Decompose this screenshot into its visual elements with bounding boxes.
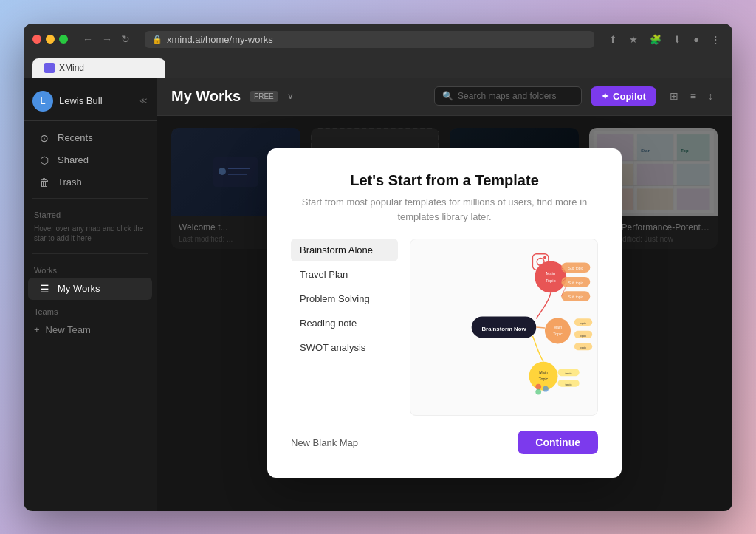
search-bar[interactable]: 🔍 Search maps and folders xyxy=(434,86,582,106)
svg-text:Sub topic: Sub topic xyxy=(568,295,584,299)
svg-text:Sub topic: Sub topic xyxy=(568,281,584,285)
avatar[interactable]: L xyxy=(32,91,53,112)
download-icon[interactable]: ⬇ xyxy=(670,32,684,47)
svg-text:topic: topic xyxy=(580,334,587,338)
app-content: L Lewis Bull ≪ ⊙ Recents ⬡ Shared 🗑 Tras… xyxy=(24,78,732,511)
sidebar-item-shared[interactable]: ⬡ Shared xyxy=(28,149,152,171)
active-tab[interactable]: XMind xyxy=(32,58,165,78)
forward-button[interactable]: → xyxy=(99,32,115,47)
sidebar-user: L Lewis Bull ≪ xyxy=(24,86,157,121)
sidebar: L Lewis Bull ≪ ⊙ Recents ⬡ Shared 🗑 Tras… xyxy=(24,78,157,511)
main-area: My Works FREE ∨ 🔍 Search maps and folder… xyxy=(157,78,732,511)
template-item-problem[interactable]: Problem Solving xyxy=(291,287,398,310)
template-item-reading[interactable]: Reading note xyxy=(291,312,398,335)
bookmark-icon[interactable]: ★ xyxy=(626,32,641,47)
starred-hint: Hover over any map and click the star to… xyxy=(24,222,157,249)
profile-icon[interactable]: ● xyxy=(690,32,702,47)
svg-point-59 xyxy=(543,386,549,392)
svg-text:topic: topic xyxy=(580,346,587,349)
svg-point-29 xyxy=(535,261,566,292)
dialog-footer: New Blank Map Continue xyxy=(291,431,598,454)
sidebar-label-recents: Recents xyxy=(58,132,93,143)
modal-overlay: Let's Start from a Template Start from m… xyxy=(157,116,732,511)
svg-text:Brainstorm Now: Brainstorm Now xyxy=(482,326,527,332)
sidebar-item-recents[interactable]: ⊙ Recents xyxy=(28,127,152,149)
extensions-icon[interactable]: 🧩 xyxy=(647,32,664,47)
title-bar: ← → ↻ 🔒 xmind.ai/home/my-works ⬆ ★ 🧩 ⬇ ●… xyxy=(32,31,724,48)
dialog-body: Brainstorm Alone Travel Plan Problem Sol… xyxy=(291,239,598,416)
browser-window: ← → ↻ 🔒 xmind.ai/home/my-works ⬆ ★ 🧩 ⬇ ●… xyxy=(24,24,732,511)
menu-icon[interactable]: ⋮ xyxy=(708,32,724,47)
title-chevron-icon[interactable]: ∨ xyxy=(287,91,294,101)
refresh-button[interactable]: ↻ xyxy=(118,32,133,47)
maximize-button[interactable] xyxy=(59,35,68,44)
browser-actions: ⬆ ★ 🧩 ⬇ ● ⋮ xyxy=(606,32,724,47)
copilot-label: Copilot xyxy=(613,91,646,102)
template-item-swot[interactable]: SWOT analysis xyxy=(291,336,398,359)
nav-buttons: ← → ↻ xyxy=(80,32,133,47)
grid-view-button[interactable]: ⊞ xyxy=(665,87,683,105)
svg-text:Topic: Topic xyxy=(553,332,563,336)
close-button[interactable] xyxy=(32,35,41,44)
clock-icon: ⊙ xyxy=(38,132,50,144)
sidebar-label-trash: Trash xyxy=(58,177,82,188)
svg-line-44 xyxy=(536,327,545,328)
sidebar-item-my-works[interactable]: ☰ My Works xyxy=(28,278,152,300)
svg-point-58 xyxy=(535,384,541,390)
trash-icon: 🗑 xyxy=(38,177,50,188)
list-view-button[interactable]: ≡ xyxy=(686,87,701,105)
divider xyxy=(32,198,148,199)
svg-text:Main: Main xyxy=(546,271,555,275)
plus-icon: + xyxy=(34,324,40,335)
template-item-travel[interactable]: Travel Plan xyxy=(291,263,398,286)
cast-icon[interactable]: ⬆ xyxy=(606,32,620,47)
svg-text:topic: topic xyxy=(565,383,572,386)
address-bar[interactable]: 🔒 xmind.ai/home/my-works xyxy=(145,31,594,48)
svg-text:Topic: Topic xyxy=(546,278,556,283)
blank-map-button[interactable]: New Blank Map xyxy=(291,437,358,448)
works-section-label: Works xyxy=(24,259,157,278)
svg-text:Sub topic: Sub topic xyxy=(568,267,584,270)
url-text: xmind.ai/home/my-works xyxy=(167,34,587,45)
sidebar-item-trash[interactable]: 🗑 Trash xyxy=(28,171,152,194)
tab-bar: XMind xyxy=(32,55,724,78)
copilot-icon: ✦ xyxy=(601,91,609,102)
svg-text:Main: Main xyxy=(554,325,563,329)
browser-chrome: ← → ↻ 🔒 xmind.ai/home/my-works ⬆ ★ 🧩 ⬇ ●… xyxy=(24,24,732,78)
svg-text:Topic: Topic xyxy=(539,377,549,381)
sidebar-label-my-works: My Works xyxy=(58,283,100,294)
dialog-title: Let's Start from a Template xyxy=(291,172,598,189)
svg-text:topic: topic xyxy=(565,372,572,375)
svg-text:topic: topic xyxy=(580,321,587,325)
document-icon: ☰ xyxy=(38,283,50,295)
template-preview: Brainstorm Now Main Topic xyxy=(410,239,598,416)
share-icon: ⬡ xyxy=(38,154,50,166)
divider2 xyxy=(32,253,148,254)
traffic-lights xyxy=(32,35,68,44)
view-buttons: ⊞ ≡ ↕ xyxy=(665,87,718,105)
search-placeholder: Search maps and folders xyxy=(458,91,556,101)
main-header: My Works FREE ∨ 🔍 Search maps and folder… xyxy=(157,78,732,116)
minimize-button[interactable] xyxy=(46,35,55,44)
back-button[interactable]: ← xyxy=(80,32,96,47)
tab-label: XMind xyxy=(59,63,84,73)
page-title: My Works xyxy=(171,88,241,105)
collapse-sidebar-button[interactable]: ≪ xyxy=(139,96,148,106)
dialog-subtitle: Start from most popular templates for mi… xyxy=(291,195,598,224)
svg-point-63 xyxy=(543,256,546,259)
sidebar-label-shared: Shared xyxy=(58,154,89,165)
lock-icon: 🔒 xyxy=(152,35,162,44)
svg-text:Main: Main xyxy=(539,370,548,374)
continue-button[interactable]: Continue xyxy=(518,431,598,454)
teams-section-label: Teams xyxy=(24,300,157,319)
main-content: Welcome t... Last modified: ... ⬆ Upload… xyxy=(157,116,732,511)
template-item-brainstorm[interactable]: Brainstorm Alone xyxy=(291,239,398,261)
sort-button[interactable]: ↕ xyxy=(704,87,718,105)
free-badge: FREE xyxy=(250,91,278,102)
new-team-label: New Team xyxy=(46,324,91,335)
svg-point-60 xyxy=(535,389,541,395)
tab-favicon xyxy=(44,63,55,73)
copilot-button[interactable]: ✦ Copilot xyxy=(591,86,656,106)
new-team-button[interactable]: + New Team xyxy=(24,319,157,340)
search-icon: 🔍 xyxy=(442,91,453,101)
